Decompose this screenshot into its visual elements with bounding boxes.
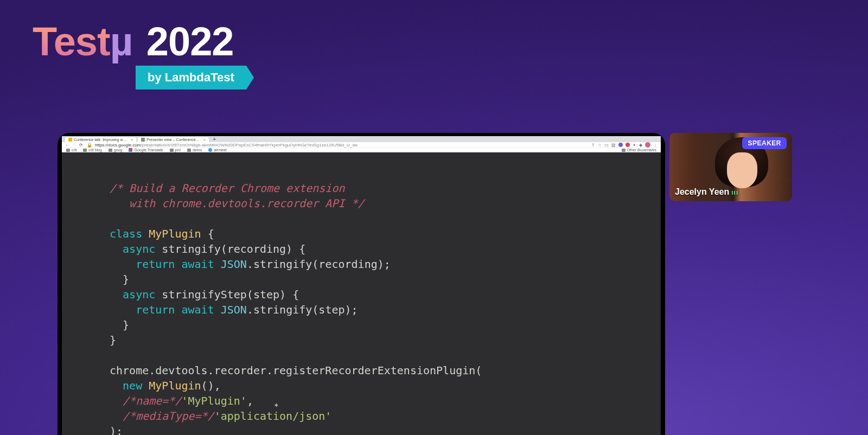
folder-icon [83,149,87,152]
audio-level-icon: ııı [731,189,738,196]
other-bookmarks[interactable]: Other Bookmarks [622,148,656,152]
bookmark-item[interactable]: airmeet [208,148,226,152]
generic-favicon-icon [141,138,145,142]
logo-brand-mu: µ [110,19,133,64]
lock-icon: 🔒 [87,143,92,148]
screenshot-icon[interactable]: ▭ [604,143,609,148]
speaker-webcam[interactable]: SPEAKER Jecelyn Yeenııı [669,133,792,201]
address-bar[interactable]: https://docs.google.com/presentation/d/1… [95,143,358,148]
profile-avatar[interactable] [645,142,650,148]
airmeet-icon [208,148,212,152]
folder-icon [170,149,174,152]
new-tab-button[interactable]: + [213,136,216,142]
logo-byline-wrap: by LambdaTest [136,66,246,89]
bookmarks-bar: cdt cdt blog goog Google Translate prd d… [62,148,661,152]
browser-tabstrip: Conference talk: Improving w… × Presente… [62,136,661,142]
tab-title: Presenter view – Conference… [146,138,199,142]
forward-button[interactable]: → [72,143,76,148]
back-button[interactable]: ← [65,143,69,148]
browser-window: Conference talk: Improving w… × Presente… [62,136,661,435]
bookmark-item[interactable]: cdt [66,148,76,152]
folder-icon [66,149,70,152]
folder-icon [622,149,626,152]
share-icon[interactable]: ⇪ [591,143,595,148]
event-logo: Testµ 2022 by LambdaTest [33,18,246,89]
bookmark-item[interactable]: goog [108,148,123,152]
folder-icon [108,149,112,152]
slides-favicon-icon [68,138,72,142]
logo-brand-test: Test [33,19,110,64]
slide-code-block: /* Build a Recorder Chrome extension wit… [62,152,661,435]
browser-tab[interactable]: Presenter view – Conference… × [138,137,209,142]
speaker-badge: SPEAKER [742,137,787,149]
folder-icon [187,149,191,152]
logo-byline: by LambdaTest [136,66,246,89]
extension-icon[interactable]: ▧ [611,143,616,148]
menu-icon[interactable]: ⋮ [653,143,658,148]
tab-title: Conference talk: Improving w… [74,138,127,142]
speaker-face [727,152,757,188]
close-tab-icon[interactable]: × [131,137,133,142]
browser-tab[interactable]: Conference talk: Improving w… × [65,137,136,142]
browser-toolbar: ← → ⟳ 🔒 https://docs.google.com/presenta… [62,142,661,148]
speaker-name: Jecelyn Yeenııı [675,187,738,197]
close-tab-icon[interactable]: × [203,137,206,142]
google-translate-icon [129,148,132,152]
bookmark-item[interactable]: cdt blog [83,148,102,152]
extension-icon[interactable] [618,143,623,147]
event-logo-title: Testµ 2022 [33,18,246,65]
puzzle-icon[interactable]: ✦ [633,143,636,148]
bookmark-item[interactable]: prd [170,148,181,152]
logo-year: 2022 [136,19,233,64]
reload-button[interactable]: ⟳ [79,143,83,148]
bookmark-item[interactable]: Google Translate [129,148,163,152]
bookmark-item[interactable]: demo [187,148,202,152]
extension-icon[interactable] [626,143,630,147]
pin-icon[interactable]: ◆ [639,143,642,148]
shared-screen-monitor: Conference talk: Improving w… × Presente… [58,133,665,435]
star-icon[interactable]: ☆ [598,143,602,148]
